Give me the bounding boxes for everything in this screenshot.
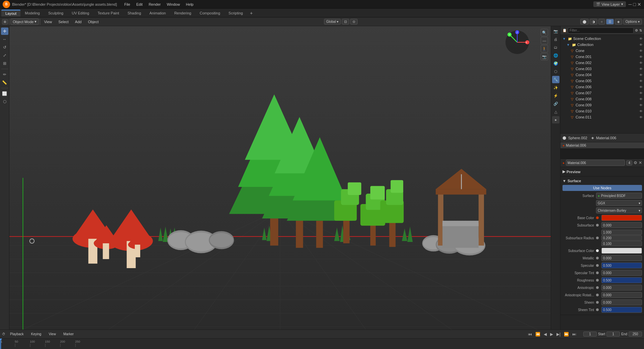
gizmo-toggle[interactable]: ☰ [606,19,614,24]
prop-data-icon[interactable]: △ [552,108,559,115]
subsurface-radius-x[interactable]: 1.000 [601,230,642,235]
tool-rotate[interactable]: ↺ [1,44,8,51]
surface-title[interactable]: ▼ Surface [562,178,642,184]
material-options-icon[interactable]: ⚙ [634,160,637,165]
subsurface-method-dropdown[interactable]: Christensen-Burley ▾ [596,207,642,213]
jump-start-btn[interactable]: ⏮ [527,332,533,337]
roughness-value[interactable]: 0.500 [601,277,642,283]
menu-file[interactable]: File [121,2,133,7]
cone-visibility-0[interactable]: 👁 [639,49,643,53]
options-btn[interactable]: Options ▾ [623,19,642,24]
use-nodes-button[interactable]: Use Nodes [562,185,642,191]
cone-visibility-5[interactable]: 👁 [639,79,643,83]
outliner-item-cone-007[interactable]: ▽ Cone.007 👁 [560,90,644,96]
subsurface-color-swatch[interactable] [601,248,642,254]
viewport-shading-material[interactable]: ◑ [590,19,597,24]
minimize-icon[interactable]: ─ [629,2,632,7]
material-selector-input[interactable]: Material.006 [566,160,625,166]
sheen-tint-value[interactable]: 0.500 [601,307,642,313]
subsurface-radius-y[interactable]: 0.200 [601,235,642,241]
outliner-sort-btn[interactable]: ⇅ [639,29,642,32]
prop-particles-icon[interactable]: ✨ [552,84,559,91]
tab-rendering[interactable]: Rendering [170,10,195,16]
prop-scene-icon[interactable]: 🌐 [552,52,559,59]
material-remove-icon[interactable]: ✕ [639,160,642,165]
view-layer-button[interactable]: 🎬 View Layer ▾ [593,1,626,7]
menu-help[interactable]: Help [183,2,196,7]
sheen-value[interactable]: 0.000 [601,299,642,305]
cone-visibility-10[interactable]: 👁 [639,109,643,113]
object-mode-button[interactable]: Object Mode ▾ [10,18,39,25]
tool-extra[interactable]: ⬡ [1,98,8,105]
editor-type-button[interactable]: ⊞ [2,19,8,24]
specular-value[interactable]: 0.500 [601,262,642,268]
outliner-item-cone-005[interactable]: ▽ Cone.005 👁 [560,78,644,84]
navigation-gizmo[interactable]: X Y Z [504,29,531,56]
specular-tint-value[interactable]: 0.000 [601,270,642,276]
cone-visibility-4[interactable]: 👁 [639,73,643,77]
outliner-item-cone-004[interactable]: ▽ Cone.004 👁 [560,72,644,78]
start-frame-input[interactable] [606,332,620,337]
viewport-shading-solid[interactable]: ⬤ [580,19,589,24]
tab-uv-editing[interactable]: UV Editing [68,10,93,16]
tab-texture-paint[interactable]: Texture Paint [94,10,123,16]
viewport-shading-rendered[interactable]: ○ [598,19,605,24]
cone-visibility-3[interactable]: 👁 [639,67,643,71]
menu-render[interactable]: Render [146,2,163,7]
maximize-icon[interactable]: □ [633,2,636,7]
subsurface-value[interactable]: 0.000 [601,222,642,228]
snap-btn[interactable]: ⊡ [342,19,349,24]
timeline-marker-btn[interactable]: Marker [61,332,76,337]
jump-end-btn[interactable]: ⏭ [571,332,577,337]
outliner-item-cone[interactable]: ▽ Cone 👁 [560,48,644,54]
timeline-keying-btn[interactable]: Keying [29,332,44,337]
tab-sculpting[interactable]: Sculpting [44,10,67,16]
outliner-item-cone-010[interactable]: ▽ Cone.010 👁 [560,108,644,114]
outliner-search-input[interactable] [568,28,634,34]
outliner-item-cone-006[interactable]: ▽ Cone.006 👁 [560,84,644,90]
play-btn[interactable]: ▶ [549,332,554,337]
outliner-item-cone-011[interactable]: ▽ Cone.011 👁 [560,114,644,120]
timeline-view-btn[interactable]: View [46,332,59,337]
cone-visibility-8[interactable]: 👁 [639,97,643,101]
outliner-item-cone-001[interactable]: ▽ Cone.001 👁 [560,54,644,60]
surface-type-value[interactable]: ● Principled BSDF [596,193,642,199]
subsurface-radius-z[interactable]: 0.100 [601,241,642,246]
viewport[interactable]: User Perspective (1) Collection | Sphere… [9,26,551,330]
outliner-item-collection[interactable]: ▼ 📁 Collection 👁 [560,42,644,48]
prop-physics-icon[interactable]: ⚡ [552,92,559,99]
outliner-filter-btn[interactable]: ⚙ [635,29,638,32]
cone-visibility-9[interactable]: 👁 [639,103,643,107]
cone-visibility-7[interactable]: 👁 [639,91,643,95]
outliner-item-cone-009[interactable]: ▽ Cone.009 👁 [560,102,644,108]
prop-output-icon[interactable]: 🖨 [552,36,559,43]
tab-compositing[interactable]: Compositing [196,10,224,16]
cone-visibility-1[interactable]: 👁 [639,55,643,59]
prop-render-icon[interactable]: 📷 [552,28,559,35]
prop-material-icon[interactable]: ● [552,116,559,123]
zoom-in-btn[interactable]: 🔍 [541,29,548,36]
jump-prev-btn[interactable]: ⏪ [534,332,541,337]
tool-cursor[interactable]: ✛ [1,28,8,35]
prop-constraints-icon[interactable]: 🔗 [552,100,559,107]
tab-scripting[interactable]: Scripting [224,10,247,16]
outliner-item-cone-002[interactable]: ▽ Cone.002 👁 [560,60,644,66]
tool-add-cube[interactable]: ⬜ [1,90,8,97]
outliner-item-cone-003[interactable]: ▽ Cone.003 👁 [560,66,644,72]
step-forward-btn[interactable]: ▶| [555,332,561,337]
scene-collection-visibility[interactable]: 👁 [639,37,643,41]
metallic-value[interactable]: 0.000 [601,255,642,261]
prop-object-icon[interactable]: ⬡ [552,68,559,75]
cone-visibility-2[interactable]: 👁 [639,61,643,65]
material-count-badge[interactable]: 4 [626,160,632,165]
blender-logo[interactable]: B [3,1,10,8]
timeline-playback-btn[interactable]: Playback [7,332,26,337]
global-transform-btn[interactable]: Global ▾ [324,19,341,24]
prop-modifier-icon[interactable]: 🔧 [552,76,559,83]
zoom-out-btn[interactable]: — [541,37,548,44]
tab-layout[interactable]: Layout [1,10,20,16]
header-view[interactable]: View [41,19,55,24]
collection-visibility[interactable]: 👁 [639,43,643,47]
tool-move[interactable]: ↔ [1,36,8,43]
header-add[interactable]: Add [72,19,85,24]
